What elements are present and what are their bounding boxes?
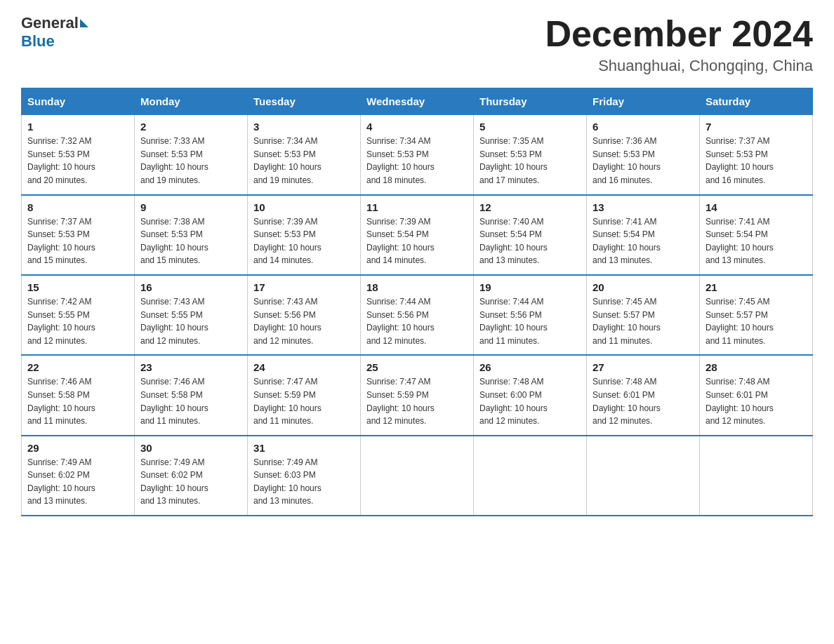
day-number: 27 [593,361,694,373]
day-info: Sunrise: 7:34 AMSunset: 5:53 PMDaylight:… [366,136,435,185]
day-number: 12 [479,201,581,213]
calendar-cell [361,436,474,516]
calendar-cell: 2 Sunrise: 7:33 AMSunset: 5:53 PMDayligh… [135,115,248,195]
day-info: Sunrise: 7:43 AMSunset: 5:56 PMDaylight:… [253,297,322,346]
weekday-header-wednesday: Wednesday [361,88,474,115]
calendar-cell: 20 Sunrise: 7:45 AMSunset: 5:57 PMDaylig… [587,275,700,355]
day-info: Sunrise: 7:46 AMSunset: 5:58 PMDaylight:… [140,377,208,426]
day-info: Sunrise: 7:48 AMSunset: 6:00 PMDaylight:… [479,377,548,426]
calendar-cell: 11 Sunrise: 7:39 AMSunset: 5:54 PMDaylig… [361,195,474,275]
page-header: General Blue December 2024 Shuanghuai, C… [21,14,813,75]
calendar-cell [474,436,587,516]
day-number: 21 [706,281,807,293]
day-number: 15 [27,281,128,293]
day-info: Sunrise: 7:41 AMSunset: 5:54 PMDaylight:… [593,217,661,266]
weekday-header-friday: Friday [587,88,700,115]
calendar-cell: 10 Sunrise: 7:39 AMSunset: 5:53 PMDaylig… [248,195,361,275]
day-info: Sunrise: 7:45 AMSunset: 5:57 PMDaylight:… [706,297,774,346]
calendar-week-row: 1 Sunrise: 7:32 AMSunset: 5:53 PMDayligh… [22,115,813,195]
calendar-cell: 7 Sunrise: 7:37 AMSunset: 5:53 PMDayligh… [700,115,813,195]
logo-blue-text: Blue [21,32,88,51]
calendar-week-row: 15 Sunrise: 7:42 AMSunset: 5:55 PMDaylig… [22,275,813,355]
calendar-week-row: 22 Sunrise: 7:46 AMSunset: 5:58 PMDaylig… [22,355,813,435]
day-number: 1 [27,121,128,133]
day-number: 17 [253,281,355,293]
day-info: Sunrise: 7:39 AMSunset: 5:54 PMDaylight:… [366,217,435,266]
day-info: Sunrise: 7:47 AMSunset: 5:59 PMDaylight:… [366,377,435,426]
day-number: 11 [366,201,468,213]
day-number: 31 [253,442,355,454]
day-info: Sunrise: 7:48 AMSunset: 6:01 PMDaylight:… [706,377,774,426]
calendar-table: SundayMondayTuesdayWednesdayThursdayFrid… [21,88,813,516]
day-number: 22 [27,361,128,373]
calendar-cell: 15 Sunrise: 7:42 AMSunset: 5:55 PMDaylig… [22,275,135,355]
weekday-header-tuesday: Tuesday [248,88,361,115]
calendar-cell: 14 Sunrise: 7:41 AMSunset: 5:54 PMDaylig… [700,195,813,275]
day-number: 14 [706,201,807,213]
weekday-header-row: SundayMondayTuesdayWednesdayThursdayFrid… [22,88,813,115]
calendar-cell: 8 Sunrise: 7:37 AMSunset: 5:53 PMDayligh… [22,195,135,275]
day-number: 6 [593,121,694,133]
day-number: 29 [27,442,128,454]
day-info: Sunrise: 7:40 AMSunset: 5:54 PMDaylight:… [479,217,548,266]
calendar-cell: 30 Sunrise: 7:49 AMSunset: 6:02 PMDaylig… [135,436,248,516]
weekday-header-monday: Monday [135,88,248,115]
day-info: Sunrise: 7:41 AMSunset: 5:54 PMDaylight:… [706,217,774,266]
calendar-cell: 4 Sunrise: 7:34 AMSunset: 5:53 PMDayligh… [361,115,474,195]
day-number: 18 [366,281,468,293]
day-info: Sunrise: 7:49 AMSunset: 6:02 PMDaylight:… [27,457,95,507]
calendar-cell: 9 Sunrise: 7:38 AMSunset: 5:53 PMDayligh… [135,195,248,275]
weekday-header-saturday: Saturday [700,88,813,115]
day-info: Sunrise: 7:43 AMSunset: 5:55 PMDaylight:… [140,297,208,346]
day-info: Sunrise: 7:48 AMSunset: 6:01 PMDaylight:… [593,377,661,426]
day-number: 20 [593,281,694,293]
calendar-cell [587,436,700,516]
day-info: Sunrise: 7:35 AMSunset: 5:53 PMDaylight:… [479,136,548,185]
day-info: Sunrise: 7:36 AMSunset: 5:53 PMDaylight:… [593,136,661,185]
day-number: 9 [140,201,241,213]
calendar-week-row: 29 Sunrise: 7:49 AMSunset: 6:02 PMDaylig… [22,436,813,516]
calendar-cell: 16 Sunrise: 7:43 AMSunset: 5:55 PMDaylig… [135,275,248,355]
calendar-cell: 23 Sunrise: 7:46 AMSunset: 5:58 PMDaylig… [135,355,248,435]
day-number: 25 [366,361,468,373]
day-info: Sunrise: 7:32 AMSunset: 5:53 PMDaylight:… [27,136,95,185]
calendar-cell: 18 Sunrise: 7:44 AMSunset: 5:56 PMDaylig… [361,275,474,355]
calendar-week-row: 8 Sunrise: 7:37 AMSunset: 5:53 PMDayligh… [22,195,813,275]
day-info: Sunrise: 7:39 AMSunset: 5:53 PMDaylight:… [253,217,322,266]
calendar-cell: 1 Sunrise: 7:32 AMSunset: 5:53 PMDayligh… [22,115,135,195]
calendar-cell: 26 Sunrise: 7:48 AMSunset: 6:00 PMDaylig… [474,355,587,435]
day-info: Sunrise: 7:37 AMSunset: 5:53 PMDaylight:… [27,217,95,266]
day-number: 5 [479,121,581,133]
day-info: Sunrise: 7:33 AMSunset: 5:53 PMDaylight:… [140,136,208,185]
month-title: December 2024 [545,14,813,54]
day-number: 2 [140,121,241,133]
calendar-cell: 29 Sunrise: 7:49 AMSunset: 6:02 PMDaylig… [22,436,135,516]
day-info: Sunrise: 7:46 AMSunset: 5:58 PMDaylight:… [27,377,95,426]
calendar-cell: 27 Sunrise: 7:48 AMSunset: 6:01 PMDaylig… [587,355,700,435]
day-info: Sunrise: 7:37 AMSunset: 5:53 PMDaylight:… [706,136,774,185]
calendar-cell: 5 Sunrise: 7:35 AMSunset: 5:53 PMDayligh… [474,115,587,195]
day-number: 10 [253,201,355,213]
day-number: 24 [253,361,355,373]
day-info: Sunrise: 7:34 AMSunset: 5:53 PMDaylight:… [253,136,322,185]
day-info: Sunrise: 7:44 AMSunset: 5:56 PMDaylight:… [479,297,548,346]
weekday-header-sunday: Sunday [22,88,135,115]
day-number: 28 [706,361,807,373]
calendar-cell: 21 Sunrise: 7:45 AMSunset: 5:57 PMDaylig… [700,275,813,355]
day-number: 8 [27,201,128,213]
day-info: Sunrise: 7:49 AMSunset: 6:02 PMDaylight:… [140,457,208,507]
calendar-cell: 13 Sunrise: 7:41 AMSunset: 5:54 PMDaylig… [587,195,700,275]
day-number: 7 [706,121,807,133]
day-number: 30 [140,442,241,454]
day-info: Sunrise: 7:42 AMSunset: 5:55 PMDaylight:… [27,297,95,346]
calendar-cell: 25 Sunrise: 7:47 AMSunset: 5:59 PMDaylig… [361,355,474,435]
weekday-header-thursday: Thursday [474,88,587,115]
day-number: 3 [253,121,355,133]
logo: General Blue [21,14,88,51]
day-number: 4 [366,121,468,133]
calendar-cell: 3 Sunrise: 7:34 AMSunset: 5:53 PMDayligh… [248,115,361,195]
calendar-cell: 17 Sunrise: 7:43 AMSunset: 5:56 PMDaylig… [248,275,361,355]
location-title: Shuanghuai, Chongqing, China [545,57,813,75]
calendar-cell: 22 Sunrise: 7:46 AMSunset: 5:58 PMDaylig… [22,355,135,435]
day-info: Sunrise: 7:47 AMSunset: 5:59 PMDaylight:… [253,377,322,426]
